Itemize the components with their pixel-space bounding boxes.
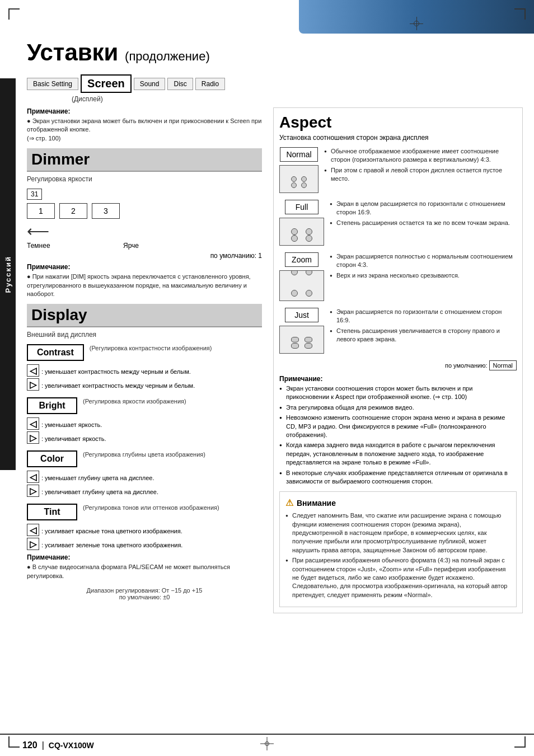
- tint-control: Tint (Регулировка тонов или оттенков изо…: [27, 504, 262, 580]
- bright-right-btn[interactable]: ▷: [27, 431, 39, 444]
- left-column: Примечание: ● Экран установки экрана мож…: [27, 107, 262, 613]
- dimmer-note-title: Примечание:: [27, 263, 262, 271]
- aspect-desc-full: Экран в целом расширяется по горизонтали…: [330, 200, 517, 229]
- corner-mark-bl: [8, 736, 20, 748]
- tab-display-label: (Дисплей): [72, 95, 523, 103]
- aspect-label-normal[interactable]: Normal: [280, 147, 317, 162]
- tab-bar: Basic Setting Screen Sound Disc Radio: [27, 74, 523, 93]
- aspect-desc-zoom: Экран расширяется полностью с нормальным…: [330, 252, 517, 281]
- color-arrows: ◁ : уменьшает глубину цвета на дисплее. …: [27, 471, 262, 497]
- tab-sound[interactable]: Sound: [134, 78, 166, 90]
- screen-note-block: Примечание: ● Экран установки экрана мож…: [27, 107, 262, 143]
- aspect-label-zoom[interactable]: Zoom: [285, 252, 318, 267]
- dimmer-section-header: Dimmer: [27, 148, 262, 172]
- aspect-preview-zoom: [279, 270, 324, 301]
- aspect-preview-normal: [279, 165, 318, 193]
- aspect-title: Aspect: [279, 114, 517, 132]
- bright-name: Bright: [27, 397, 77, 414]
- contrast-left-btn[interactable]: ◁: [27, 364, 39, 377]
- warning-icon: ⚠: [285, 497, 293, 508]
- page-title: Уставки (продолжение): [27, 39, 523, 66]
- bright-header: Bright (Регулировка яркости изображения): [27, 397, 262, 414]
- display-subtitle: Внешний вид дисплея: [27, 331, 262, 339]
- tint-arrows: ◁ : усиливает красные тона цветного изоб…: [27, 524, 262, 550]
- sidebar: Русский: [0, 78, 16, 470]
- contrast-desc: (Регулировка контрастности изображения): [90, 344, 212, 353]
- bottom-crosshair: [260, 737, 274, 750]
- aspect-subtitle: Установка соотношения сторон экрана дисп…: [279, 134, 517, 142]
- main-content: Уставки (продолжение) Basic Setting Scre…: [16, 34, 534, 624]
- warning-title: ⚠ Внимание: [285, 497, 510, 508]
- right-column: Aspect Установка соотношения сторон экра…: [273, 107, 523, 613]
- tab-screen[interactable]: Screen: [81, 74, 132, 93]
- bright-desc: (Регулировка яркости изображения): [83, 397, 186, 406]
- warning-list: Следует напомнить Вам, что сжатие или ра…: [285, 511, 510, 599]
- separator: |: [42, 740, 44, 750]
- dimmer-box-1[interactable]: 1: [27, 203, 55, 219]
- aspect-note-list: Экран установки соотношения сторон может…: [279, 384, 517, 486]
- contrast-header: Contrast (Регулировка контрастности изоб…: [27, 344, 262, 361]
- dimmer-note-text: ● При нажатии [DIM] яркость экрана перек…: [27, 273, 262, 298]
- tint-note-text: ● В случае видеосигнала формата PAL/SECA…: [27, 563, 262, 580]
- tint-name: Tint: [27, 504, 77, 520]
- display-section-header: Display: [27, 304, 262, 327]
- contrast-right-arrow: ▷ : увеличивает контрастность между черн…: [27, 378, 262, 391]
- dimmer-arrow: ⟵: [27, 222, 262, 241]
- color-name: Color: [27, 450, 77, 467]
- aspect-note-block: Примечание: Экран установки соотношения …: [279, 375, 517, 486]
- color-desc: (Регулировка глубины цвета изображения): [83, 450, 205, 459]
- bottom-bar: 120 | CQ-VX100W: [0, 734, 534, 756]
- color-left-btn[interactable]: ◁: [27, 471, 39, 483]
- dimmer-label-brighter: Ярче: [123, 242, 139, 250]
- dimmer-default: по умолчанию: 1: [27, 252, 262, 260]
- bright-right-arrow: ▷ : увеличивает яркость.: [27, 431, 262, 444]
- tab-disc[interactable]: Disc: [167, 78, 193, 90]
- tint-right-arrow: ▷ : усиливает зеленые тона цветного изоб…: [27, 538, 262, 550]
- tint-note-title: Примечание:: [27, 553, 262, 561]
- page: Русский Уставки (продолжение) Basic Sett…: [0, 0, 534, 756]
- color-header: Color (Регулировка глубины цвета изображ…: [27, 450, 262, 467]
- contrast-right-btn[interactable]: ▷: [27, 378, 39, 391]
- corner-mark-tr: [514, 8, 526, 20]
- color-control: Color (Регулировка глубины цвета изображ…: [27, 450, 262, 497]
- tint-header: Tint (Регулировка тонов или оттенков изо…: [27, 504, 262, 520]
- tint-note-block: Примечание: ● В случае видеосигнала форм…: [27, 553, 262, 580]
- sidebar-label: Русский: [4, 256, 12, 293]
- contrast-name: Contrast: [27, 344, 84, 361]
- aspect-label-just[interactable]: Just: [285, 308, 318, 322]
- dimmer-subtitle: Регулировка яркости: [27, 175, 262, 183]
- contrast-left-arrow: ◁ : уменьшает контрастность между черным…: [27, 364, 262, 377]
- top-crosshair: [410, 17, 423, 30]
- aspect-row-full: Full: [279, 200, 517, 246]
- color-right-arrow: ▷ : увеличивает глубину цвета на дисплее…: [27, 485, 262, 497]
- dimmer-boxes: 1 2 3: [27, 203, 262, 219]
- tint-left-btn[interactable]: ◁: [27, 524, 39, 536]
- aspect-label-full[interactable]: Full: [285, 200, 318, 214]
- aspect-default: по умолчанию: Normal: [279, 360, 517, 370]
- two-column-layout: Примечание: ● Экран установки экрана мож…: [27, 107, 523, 613]
- tab-radio[interactable]: Radio: [195, 78, 225, 90]
- corner-mark-tl: [8, 8, 20, 20]
- color-left-arrow: ◁ : уменьшает глубину цвета на дисплее.: [27, 471, 262, 483]
- tab-basic-setting[interactable]: Basic Setting: [27, 78, 78, 90]
- tint-right-btn[interactable]: ▷: [27, 538, 39, 550]
- range-text: Диапазон регулирования: От −15 до +15 по…: [27, 587, 262, 600]
- aspect-row-just: Just: [279, 308, 517, 354]
- aspect-desc-normal: Обычное отображаемое изображение имеет с…: [324, 147, 517, 185]
- top-decorative-bar: [299, 0, 534, 34]
- color-right-btn[interactable]: ▷: [27, 485, 39, 497]
- bright-control: Bright (Регулировка яркости изображения)…: [27, 397, 262, 444]
- display-section: Display Внешний вид дисплея Contrast (Ре…: [27, 304, 262, 600]
- aspect-row-zoom: Zoom: [279, 252, 517, 301]
- dimmer-box-2[interactable]: 2: [59, 203, 87, 219]
- aspect-row-normal: Normal: [279, 147, 517, 193]
- aspect-section: Aspect Установка соотношения сторон экра…: [273, 107, 523, 613]
- bright-arrows: ◁ : уменьшает яркость. ▷ : увеличивает я…: [27, 417, 262, 444]
- dimmer-box-3[interactable]: 3: [92, 203, 120, 219]
- screen-note-text: ● Экран установки экрана может быть вклю…: [27, 117, 262, 143]
- bright-left-btn[interactable]: ◁: [27, 417, 39, 430]
- bright-left-arrow: ◁ : уменьшает яркость.: [27, 417, 262, 430]
- tint-left-arrow: ◁ : усиливает красные тона цветного изоб…: [27, 524, 262, 536]
- tint-desc: (Регулировка тонов или оттенков изображе…: [83, 504, 219, 512]
- aspect-preview-just: [279, 326, 324, 354]
